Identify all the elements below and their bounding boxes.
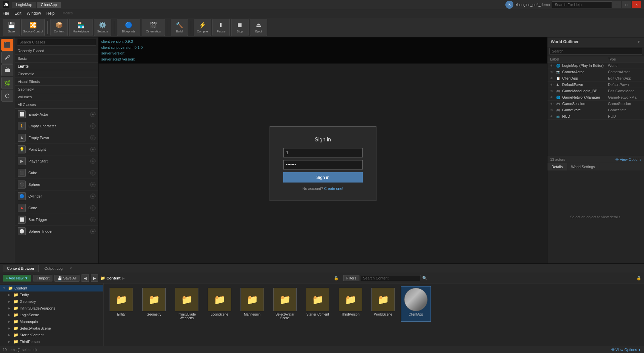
output-log-tab[interactable]: Output Log: [40, 265, 67, 272]
actor-clientapp-link[interactable]: Edit ClientApp: [608, 76, 641, 80]
place-search-input[interactable]: [17, 39, 96, 45]
content-item-world-scene[interactable]: 📁 WorldScene: [368, 286, 398, 322]
folder-loginscene[interactable]: ▶ 📁 LoginScene: [0, 312, 103, 318]
outliner-actor-loginmap[interactable]: 👁 🌐 LoginMap (Play In Editor) World: [547, 63, 644, 69]
outliner-search-input[interactable]: [549, 48, 642, 54]
folder-geometry[interactable]: ▶ 📁 Geometry: [0, 298, 103, 305]
folder-infinity-blade[interactable]: ▶ 📁 InfinityBladeWeapons: [0, 305, 103, 312]
sphere-add[interactable]: +: [90, 182, 96, 187]
player-start-add[interactable]: +: [90, 158, 96, 164]
content-browser-tab[interactable]: Content Browser: [3, 265, 39, 272]
cone-add[interactable]: +: [90, 205, 96, 211]
mode-geometry-button[interactable]: ⬡: [1, 90, 13, 102]
content-item-entity[interactable]: 📁 Entity: [106, 286, 136, 322]
folder-third-person[interactable]: ▶ 📁 ThirdPerson: [0, 338, 103, 345]
create-account-link[interactable]: Create one!: [324, 187, 343, 191]
content-item-loginscene[interactable]: 📁 LoginScene: [204, 286, 234, 322]
cylinder-add[interactable]: +: [90, 194, 96, 199]
category-visual-effects[interactable]: Visual Effects: [15, 78, 98, 86]
place-item-empty-pawn[interactable]: ♟ Empty Pawn +: [15, 132, 98, 144]
import-button[interactable]: ↑ Import: [33, 275, 52, 281]
title-tab-clientapp[interactable]: ClientApp: [37, 2, 61, 8]
signin-button[interactable]: Sign in: [283, 172, 363, 183]
filters-button[interactable]: Filters: [343, 275, 359, 281]
save-all-button[interactable]: 💾 Save All: [54, 275, 79, 282]
content-item-infinity[interactable]: 📁 InfinityBlade Weapons: [172, 286, 202, 322]
place-item-empty-character[interactable]: 🚶 Empty Character +: [15, 120, 98, 132]
mode-landscape-button[interactable]: 🏔: [1, 64, 13, 76]
content-button[interactable]: 📦 Content: [50, 19, 68, 36]
outliner-actor-gamestate[interactable]: 👁 🎮 GameState GameState: [547, 107, 644, 113]
place-item-point-light[interactable]: 💡 Point Light +: [15, 144, 98, 155]
content-item-clientapp[interactable]: ClientApp: [401, 286, 431, 322]
blueprints-button[interactable]: 🔵 Blueprints: [117, 19, 140, 36]
content-item-geometry[interactable]: 📁 Geometry: [139, 286, 169, 322]
empty-actor-add[interactable]: +: [90, 112, 96, 117]
pause-button[interactable]: ⏸ Pause: [212, 19, 230, 36]
source-control-button[interactable]: 🔀 Source Control: [21, 19, 45, 36]
outliner-actor-clientapp[interactable]: 👁 📋 ClientApp Edit ClientApp: [547, 75, 644, 82]
folder-entity[interactable]: ▶ 📁 Entity: [0, 291, 103, 298]
world-settings-tab[interactable]: World Settings: [567, 163, 599, 170]
outliner-actor-networkmanager[interactable]: 👁 🌐 GameNetworkManager GameNetworkMa...: [547, 94, 644, 101]
outliner-actor-camera[interactable]: 👁 📷 CameraActor CameraActor: [547, 69, 644, 75]
empty-character-add[interactable]: +: [90, 123, 96, 129]
nav-forward-button[interactable]: ▶: [91, 274, 98, 282]
folder-select-avatar[interactable]: ▶ 📁 SelectAvatarScene: [0, 325, 103, 332]
eject-button[interactable]: ⏏ Eject: [250, 19, 267, 36]
menu-window[interactable]: Window: [27, 11, 41, 16]
place-item-empty-actor[interactable]: ⬜ Empty Actor +: [15, 109, 98, 120]
content-item-mannequin[interactable]: 📁 Mannequin: [237, 286, 267, 322]
add-new-button[interactable]: + Add New ▼: [3, 275, 31, 281]
signin-password-input[interactable]: [283, 160, 363, 169]
place-item-cylinder[interactable]: 🔵 Cylinder +: [15, 191, 98, 202]
folder-content[interactable]: ▼ 📁 Content: [0, 285, 103, 291]
place-item-player-start[interactable]: ▶ Player Start +: [15, 155, 98, 167]
category-all-classes[interactable]: All Classes: [15, 101, 98, 109]
place-item-box-trigger[interactable]: ⬜ Box Trigger +: [15, 214, 98, 226]
cube-add[interactable]: +: [90, 170, 96, 175]
help-search-input[interactable]: [552, 1, 612, 8]
category-basic[interactable]: Basic: [15, 55, 98, 63]
content-item-select-avatar[interactable]: 📁 SelectAvatar Scene: [270, 286, 300, 322]
outliner-settings-icon[interactable]: ▼: [637, 39, 641, 44]
content-item-starter[interactable]: 📁 Starter Content: [303, 286, 333, 322]
stop-button[interactable]: ⏹ Stop: [231, 19, 249, 36]
compile-button[interactable]: ⚡ Compile: [194, 19, 211, 36]
details-tab[interactable]: Details: [547, 163, 567, 170]
signin-username-input[interactable]: [283, 148, 363, 157]
viewport-canvas[interactable]: Sign in Sign in No account? Create one!: [99, 64, 547, 263]
actor-gamemode-link[interactable]: Edit GameMode...: [608, 89, 641, 93]
content-view-options-button[interactable]: 👁 View Options ▼: [611, 348, 642, 352]
folder-mannequin[interactable]: ▶ 📁 Mannequin: [0, 318, 103, 325]
menu-help[interactable]: Help: [46, 11, 55, 16]
category-cinematic[interactable]: Cinematic: [15, 70, 98, 78]
outliner-actor-gamesession[interactable]: 👁 🎮 GameSession GameSession: [547, 101, 644, 107]
cinematics-button[interactable]: 🎬 Cinematics: [142, 19, 165, 36]
empty-pawn-add[interactable]: +: [90, 135, 96, 140]
content-search-input[interactable]: [361, 275, 421, 281]
marketplace-button[interactable]: 🏪 Marketplace: [69, 19, 93, 36]
place-item-cube[interactable]: ⬛ Cube +: [15, 167, 98, 179]
save-button[interactable]: 💾 Save: [3, 19, 20, 36]
minimize-button[interactable]: −: [612, 1, 621, 8]
outliner-actor-hud[interactable]: 👁 📺 HUD HUD: [547, 113, 644, 120]
menu-edit[interactable]: Edit: [14, 11, 21, 16]
category-recently-placed[interactable]: Recently Placed: [15, 47, 98, 55]
bottom-close-button[interactable]: ×: [69, 266, 72, 271]
place-item-cone[interactable]: 🔺 Cone +: [15, 202, 98, 214]
build-button[interactable]: 🔨 Build: [171, 19, 188, 36]
sphere-trigger-add[interactable]: +: [90, 229, 96, 234]
folder-starter-content[interactable]: ▶ 📁 StarterContent: [0, 332, 103, 338]
place-item-sphere-trigger[interactable]: ⚪ Sphere Trigger +: [15, 226, 98, 237]
nav-back-button[interactable]: ◀: [82, 274, 89, 282]
outliner-view-options-button[interactable]: 👁 View Options: [615, 157, 641, 161]
maximize-button[interactable]: □: [622, 1, 631, 8]
point-light-add[interactable]: +: [90, 147, 96, 152]
content-item-third-person[interactable]: 📁 ThirdPerson: [335, 286, 365, 322]
lock-button[interactable]: 🔒: [334, 276, 339, 280]
close-button[interactable]: ×: [632, 1, 641, 8]
place-item-sphere[interactable]: ⚫ Sphere +: [15, 179, 98, 191]
title-tab-loginmap[interactable]: LoginMap: [12, 2, 36, 8]
mode-place-button[interactable]: ⬛: [1, 39, 13, 51]
